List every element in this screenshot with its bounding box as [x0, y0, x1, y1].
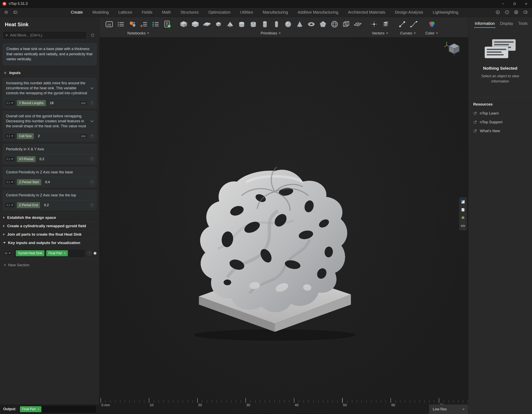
scalar-type-chip[interactable]: 0.1: [5, 180, 15, 184]
function-block-button[interactable]: (x): [104, 19, 114, 29]
variable-chip[interactable]: Cell Size: [17, 133, 34, 139]
chevron-down-icon[interactable]: [90, 119, 94, 122]
primitive-tube-button[interactable]: [248, 19, 258, 29]
section-remapped-gyroid-field[interactable]: Create a cylindrically remapped gyroid f…: [0, 222, 99, 230]
maximize-icon[interactable]: [509, 0, 520, 7]
value-input[interactable]: [36, 134, 77, 138]
download-icon[interactable]: [493, 8, 502, 17]
resolution-dropdown[interactable]: Low Res: [429, 404, 468, 414]
primitive-torus-button[interactable]: [306, 19, 316, 29]
close-window-icon[interactable]: [520, 0, 532, 7]
primitive-sphere-wire-button[interactable]: [330, 19, 339, 29]
remove-chip-icon[interactable]: ×: [64, 252, 66, 255]
measure-icon[interactable]: [460, 222, 466, 229]
primitive-tall-cylinder-button[interactable]: [260, 19, 270, 29]
primitive-cube-button[interactable]: [214, 19, 223, 29]
help-icon[interactable]: ?: [90, 134, 94, 138]
curves-dropdown[interactable]: Curves: [400, 30, 416, 36]
viewport-3d[interactable]: 0 mm 10 20 30 40 50 60 70 Low Res: [99, 38, 468, 414]
help-icon[interactable]: ?: [87, 251, 92, 255]
link-ntop-support[interactable]: nTop Support: [468, 118, 532, 126]
color-wheel-button[interactable]: [427, 19, 437, 29]
tab-lattices[interactable]: Lattices: [114, 8, 137, 17]
vector-point-button[interactable]: [369, 19, 379, 29]
primitive-polygon-button[interactable]: [318, 19, 328, 29]
help-icon[interactable]: ?: [90, 180, 94, 184]
minimize-icon[interactable]: [497, 0, 509, 7]
tab-information[interactable]: Information: [473, 17, 497, 30]
remove-chip-icon[interactable]: ×: [38, 408, 39, 411]
view-cube[interactable]: [444, 41, 462, 59]
materials-block-button[interactable]: [128, 19, 137, 29]
vectors-dropdown[interactable]: Vectors: [372, 30, 388, 36]
primitive-wire-box-button[interactable]: [341, 19, 351, 29]
help-icon[interactable]: ?: [90, 101, 94, 105]
primitive-sphere-button[interactable]: [283, 19, 293, 29]
output-field[interactable]: Final Part×: [19, 406, 96, 413]
primitive-capsule-button[interactable]: [272, 19, 281, 29]
primitive-rounded-box-button[interactable]: [190, 19, 200, 29]
tab-math[interactable]: Math: [157, 8, 176, 17]
tab-structures[interactable]: Structures: [176, 8, 203, 17]
link-ntop-learn[interactable]: nTop Learn: [468, 109, 532, 118]
variable-chip[interactable]: XY-Period: [17, 156, 35, 162]
help-icon[interactable]: ?: [502, 8, 512, 17]
tab-create[interactable]: Create: [66, 8, 88, 17]
toggle-right-panel-icon[interactable]: [521, 8, 530, 17]
primitives-dropdown[interactable]: Primitives: [261, 30, 281, 36]
vector-planes-button[interactable]: [381, 19, 390, 29]
tab-lightweighting[interactable]: Lightweighting: [428, 8, 463, 17]
display-mode-icon[interactable]: [460, 198, 466, 205]
scalar-type-chip[interactable]: 0.1: [5, 134, 15, 139]
link-whats-new[interactable]: What's New: [468, 126, 532, 135]
visualization-field[interactable]: Gyroid Heat Sink Final Part×: [14, 249, 86, 258]
value-input[interactable]: [48, 101, 77, 105]
tab-utilities[interactable]: Utilities: [235, 8, 258, 17]
new-section-button[interactable]: + New Section: [4, 263, 96, 267]
scalar-type-chip[interactable]: 0.1: [5, 100, 15, 106]
primitive-cone-button[interactable]: [295, 19, 304, 29]
hamburger-menu-icon[interactable]: [2, 8, 11, 17]
tab-optimization[interactable]: Optimization: [203, 8, 235, 17]
variable-chip[interactable]: Z-Period Start: [17, 179, 41, 185]
curve-line-button[interactable]: [397, 19, 407, 29]
section-join-all-parts[interactable]: Join all parts to create the final Heat …: [0, 230, 99, 239]
tab-additive-manufacturing[interactable]: Additive Manufacturing: [293, 8, 343, 17]
checklist-button[interactable]: [151, 19, 161, 29]
primitive-plane-button[interactable]: [202, 19, 212, 29]
scalar-type-chip[interactable]: 0.1: [5, 202, 15, 208]
visibility-toggle[interactable]: [94, 252, 96, 255]
backface-visibility-icon[interactable]: [460, 206, 466, 213]
section-establish-design-space[interactable]: Establish the design space: [0, 213, 99, 222]
unit-chip[interactable]: mm: [79, 134, 88, 139]
toggle-left-panel-icon[interactable]: [11, 8, 20, 17]
validated-notebook-button[interactable]: [162, 19, 172, 29]
output-final-part-chip[interactable]: Final Part×: [20, 406, 41, 412]
scalar-type-chip[interactable]: 0.1: [5, 156, 15, 162]
gyroid-heat-sink-chip[interactable]: Gyroid Heat Sink: [16, 250, 44, 256]
primitive-box-button[interactable]: [179, 19, 189, 29]
tab-architected-materials[interactable]: Architected Materials: [343, 8, 390, 17]
tab-fields[interactable]: Fields: [137, 8, 157, 17]
tab-display[interactable]: Display: [498, 17, 515, 30]
list-block-button[interactable]: [116, 19, 126, 29]
add-list-button[interactable]: [139, 19, 149, 29]
value-input[interactable]: [42, 203, 88, 207]
heat-sink-model[interactable]: [180, 144, 370, 347]
add-block-field[interactable]: +: [3, 31, 87, 39]
value-input[interactable]: [38, 157, 88, 161]
primitive-cylinder-button[interactable]: [237, 19, 247, 29]
help-icon[interactable]: ?: [90, 203, 94, 207]
notebooks-dropdown[interactable]: Notebooks: [127, 30, 149, 36]
account-icon[interactable]: [512, 8, 521, 17]
help-icon[interactable]: ?: [90, 157, 94, 161]
refresh-icon[interactable]: [89, 31, 96, 39]
primitive-wedge-button[interactable]: [225, 19, 235, 29]
color-dropdown[interactable]: Color: [425, 30, 438, 36]
add-block-input[interactable]: [10, 33, 84, 38]
tab-design-analysis[interactable]: Design Analysis: [390, 8, 428, 17]
chevron-down-icon[interactable]: [90, 86, 94, 89]
variable-chip[interactable]: Z-Period End: [17, 202, 40, 208]
primitive-grid-plane-button[interactable]: [353, 19, 362, 29]
tab-manufacturing[interactable]: Manufacturing: [258, 8, 293, 17]
